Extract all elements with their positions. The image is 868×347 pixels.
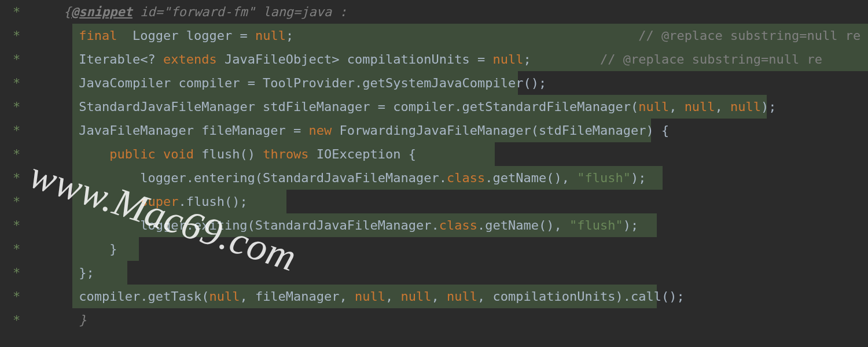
token-identifier: IOException { (309, 147, 416, 161)
gutter-marker: * (0, 166, 41, 190)
code-content: JavaCompiler compiler = ToolProvider.get… (41, 76, 546, 90)
code-content: } (41, 242, 117, 256)
token-identifier: logger.entering(StandardJavaFileManager. (140, 171, 447, 185)
token-identifier: Logger logger = (117, 28, 255, 43)
token-keyword: class (439, 218, 477, 232)
token-identifier: Iterable<? (79, 52, 163, 67)
token-identifier: ; (523, 52, 599, 67)
code-content: JavaFileManager fileManager = new Forwar… (41, 123, 669, 138)
token-identifier: ; (286, 28, 638, 43)
token-keyword: null (730, 99, 761, 114)
code-line[interactable]: public void flush() throws IOException { (41, 142, 868, 166)
token-comment-italic: } (79, 313, 86, 327)
token-snippet-tag: @snippet (71, 5, 133, 19)
token-identifier: } (109, 242, 117, 256)
token-comment: // @replace substring=null re (638, 28, 860, 43)
token-keyword: null (685, 99, 715, 114)
token-identifier: , fileManager, (240, 289, 355, 304)
code-line[interactable]: compiler.getTask(null, fileManager, null… (41, 285, 868, 308)
code-content: super.flush(); (41, 194, 248, 209)
token-identifier: ); (623, 218, 639, 232)
gutter-marker: * (0, 24, 41, 47)
code-line[interactable]: } (41, 237, 868, 261)
token-keyword: throws (263, 147, 308, 161)
code-line[interactable]: final Logger logger = null; // @replace … (41, 24, 868, 47)
code-area[interactable]: {@snippet id="forward-fm" lang=java : fi… (41, 0, 868, 347)
token-identifier: JavaFileManager fileManager = (79, 123, 308, 138)
token-identifier: .getName(), (477, 218, 569, 232)
gutter-marker: * (0, 190, 41, 213)
gutter-marker: * (0, 261, 41, 285)
token-keyword: null (255, 28, 286, 43)
code-content: Iterable<? extends JavaFileObject> compi… (41, 52, 822, 67)
token-keyword: super (140, 194, 178, 209)
gutter: ************** (0, 0, 41, 347)
token-keyword: extends (163, 52, 217, 67)
code-content: final Logger logger = null; // @replace … (41, 28, 860, 43)
gutter-marker: * (0, 95, 41, 119)
code-editor[interactable]: ************** {@snippet id="forward-fm"… (0, 0, 868, 347)
token-keyword: null (447, 289, 477, 304)
token-keyword: null (209, 289, 240, 304)
gutter-marker: * (0, 308, 41, 332)
token-comment: // @replace substring=null re (600, 52, 822, 67)
token-identifier: , (715, 99, 731, 114)
token-identifier: .flush(); (178, 194, 247, 209)
token-keyword: null (638, 99, 669, 114)
token-keyword: new (309, 123, 332, 138)
token-identifier: logger.exiting(StandardJavaFileManager. (140, 218, 439, 232)
token-identifier: }; (79, 265, 94, 280)
token-identifier: ); (631, 171, 646, 185)
gutter-marker: * (0, 213, 41, 237)
token-keyword: null (355, 289, 385, 304)
code-content: logger.entering(StandardJavaFileManager.… (41, 171, 646, 185)
token-identifier: , (432, 289, 447, 304)
code-content: compiler.getTask(null, fileManager, null… (41, 289, 685, 304)
gutter-marker: * (0, 285, 41, 308)
token-identifier: , compilationUnits).call(); (477, 289, 685, 304)
gutter-marker: * (0, 47, 41, 71)
code-content: }; (41, 265, 94, 280)
gutter-marker: * (0, 142, 41, 166)
code-content: logger.exiting(StandardJavaFileManager.c… (41, 218, 638, 232)
code-content: StandardJavaFileManager stdFileManager =… (41, 99, 777, 114)
token-identifier: ); (761, 99, 777, 114)
token-identifier: StandardJavaFileManager stdFileManager =… (79, 99, 638, 114)
token-comment-italic: id="forward-fm" lang=java : (133, 5, 347, 19)
code-line[interactable]: Iterable<? extends JavaFileObject> compi… (41, 47, 868, 71)
gutter-marker: * (0, 71, 41, 95)
token-keyword: final (79, 28, 117, 43)
code-line[interactable]: {@snippet id="forward-fm" lang=java : (41, 0, 868, 24)
code-line[interactable]: } (41, 308, 868, 332)
code-line[interactable]: JavaCompiler compiler = ToolProvider.get… (41, 71, 868, 95)
token-identifier: JavaFileObject> compilationUnits = (217, 52, 493, 67)
token-comment-italic: { (64, 5, 71, 19)
code-line[interactable]: logger.entering(StandardJavaFileManager.… (41, 166, 868, 190)
token-identifier: JavaCompiler compiler = ToolProvider.get… (79, 76, 546, 90)
token-keyword: class (447, 171, 485, 185)
gutter-marker: * (0, 0, 41, 24)
token-keyword: null (492, 52, 523, 67)
token-identifier: compiler.getTask( (79, 289, 209, 304)
code-content: {@snippet id="forward-fm" lang=java : (41, 5, 347, 19)
token-identifier: , (385, 289, 401, 304)
code-content: } (41, 313, 86, 327)
token-identifier: ForwardingJavaFileManager(stdFileManager… (332, 123, 669, 138)
code-line[interactable]: }; (41, 261, 868, 285)
token-keyword: null (401, 289, 432, 304)
gutter-marker: * (0, 237, 41, 261)
code-line[interactable]: StandardJavaFileManager stdFileManager =… (41, 95, 868, 119)
code-line[interactable]: JavaFileManager fileManager = new Forwar… (41, 119, 868, 142)
code-line[interactable]: super.flush(); (41, 190, 868, 213)
token-string: "flush" (577, 171, 631, 185)
code-line[interactable]: logger.exiting(StandardJavaFileManager.c… (41, 213, 868, 237)
code-content: public void flush() throws IOException { (41, 147, 416, 161)
gutter-marker: * (0, 119, 41, 142)
token-identifier: .getName(), (485, 171, 577, 185)
token-identifier: , (669, 99, 685, 114)
token-string: "flush" (569, 218, 623, 232)
token-keyword: public void (109, 147, 194, 161)
token-identifier: flush() (194, 147, 263, 161)
